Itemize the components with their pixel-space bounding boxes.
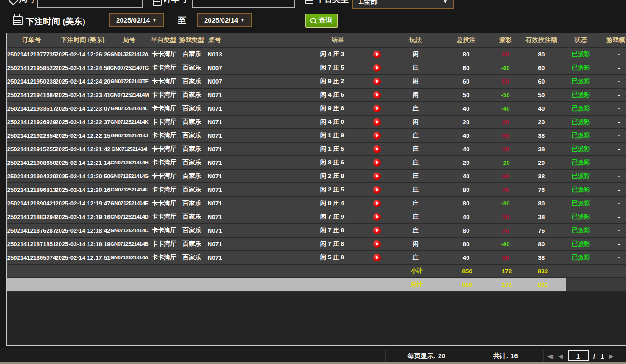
status-cell: 已派彩 xyxy=(566,129,596,142)
total-bet-cell: 80 xyxy=(438,238,495,250)
grand-total-valid-bet: 832 xyxy=(518,278,568,291)
result-cell: 闲 7 庄 5 xyxy=(225,61,350,74)
order-id-cell: 250214121908650 xyxy=(7,156,56,169)
date-from-value: 2025/02/14 xyxy=(116,16,150,24)
platform-type-select[interactable]: 1.全部 ▼ xyxy=(352,0,454,9)
valid-bet-cell: 80 xyxy=(517,197,566,210)
calendar-icon xyxy=(13,16,23,25)
play-icon-cell xyxy=(350,224,393,237)
payout-cell: 38 xyxy=(494,143,517,155)
play-icon[interactable] xyxy=(373,240,381,248)
col-header-play: 玩法 xyxy=(393,33,438,47)
page-input[interactable]: 1 xyxy=(568,350,589,361)
order-id-cell: 250214121958522 xyxy=(7,61,56,74)
payout-cell: -80 xyxy=(494,197,517,210)
play-icon[interactable] xyxy=(373,64,381,72)
payout-cell: -60 xyxy=(494,61,517,74)
play-icon[interactable] xyxy=(373,186,381,194)
table-no-cell: N071 xyxy=(205,116,225,128)
pagination-bar: 每页显示: 20 共计: 16 ◀◀ ◀ 1 / 1 ▶ xyxy=(0,348,626,364)
game-type-cell: 百家乐 xyxy=(179,197,205,210)
platform-cell: 卡卡湾厅 xyxy=(149,102,179,115)
bet-time-cell: 2025-02-14 12:19:47 xyxy=(56,197,110,210)
valid-bet-cell: 40 xyxy=(517,102,566,115)
status-cell: 已派彩 xyxy=(566,75,596,88)
play-cell: 闲 xyxy=(393,116,438,128)
game-type-cell: 百家乐 xyxy=(179,116,205,128)
mode-cell: - xyxy=(595,143,626,155)
order-id-cell: 250214121904229 xyxy=(7,170,56,182)
page-size-label: 每页显示: xyxy=(407,352,436,360)
play-cell: 庄 xyxy=(393,143,438,155)
result-cell: 闲 4 庄 0 xyxy=(225,116,350,128)
play-icon[interactable] xyxy=(373,159,381,167)
stacked-list-icon xyxy=(305,0,313,4)
round-id-cell: GN0712521414A xyxy=(110,251,149,264)
play-icon[interactable] xyxy=(373,78,381,85)
play-cell: 闲 xyxy=(393,238,438,250)
order-id-cell: 250214121871851 xyxy=(7,238,56,250)
round-id-cell: GN0712521414L xyxy=(110,102,149,115)
play-cell: 庄 xyxy=(393,197,438,210)
play-icon[interactable] xyxy=(373,51,381,58)
play-icon[interactable] xyxy=(373,254,381,261)
platform-cell: 卡卡湾厅 xyxy=(149,89,179,101)
payout-cell: 76 xyxy=(494,224,517,237)
bet-time-cell: 2025-02-14 12:26:26 xyxy=(56,48,110,61)
play-icon[interactable] xyxy=(373,200,381,207)
bet-time-cell: 2025-02-14 12:20:50 xyxy=(56,170,110,182)
game-type-cell: 百家乐 xyxy=(179,102,205,115)
total-bet-cell: 20 xyxy=(438,156,495,169)
page-size-value: 20 xyxy=(438,352,445,359)
play-cell: 庄 xyxy=(393,210,438,223)
result-cell: 闲 1 庄 9 xyxy=(225,129,350,142)
play-icon[interactable] xyxy=(373,105,381,112)
payout-cell: 38 xyxy=(494,129,517,142)
round-id-input[interactable] xyxy=(37,0,143,8)
subtotal-row: 小计 850 172 832 xyxy=(7,265,626,278)
platform-cell: 卡卡湾厅 xyxy=(149,224,179,237)
order-id-cell: 250214121926929 xyxy=(7,116,56,128)
total-count-label: 共计: xyxy=(493,352,509,360)
first-page-icon[interactable]: ◀◀ xyxy=(547,353,553,359)
mode-cell: - xyxy=(595,183,626,196)
total-bet-cell: 40 xyxy=(438,210,495,223)
col-header-total-bet: 总投注 xyxy=(438,33,494,47)
col-header-status: 状态 xyxy=(566,33,595,47)
play-icon[interactable] xyxy=(373,145,381,153)
mode-cell: - xyxy=(595,170,626,182)
date-to-picker[interactable]: 2025/02/14 ▼ xyxy=(197,13,252,27)
play-icon[interactable] xyxy=(373,173,381,180)
prev-page-icon[interactable]: ◀ xyxy=(558,353,563,359)
order-id-input[interactable] xyxy=(192,0,295,8)
game-type-cell: 百家乐 xyxy=(179,129,205,142)
total-pages: 1 xyxy=(600,352,604,360)
table-no-cell: N071 xyxy=(205,183,225,196)
bet-time-cell: 2025-02-14 12:17:51 xyxy=(56,251,110,264)
bet-time-filter-label: 下注时间 (美东) xyxy=(26,16,85,28)
total-bet-cell: 50 xyxy=(438,89,495,101)
date-from-picker[interactable]: 2025/02/14 ▼ xyxy=(109,13,164,27)
query-button[interactable]: 查询 xyxy=(305,14,338,28)
platform-cell: 卡卡湾厅 xyxy=(149,61,179,74)
payout-cell: -20 xyxy=(494,156,517,169)
order-id-cell: 250214121876287 xyxy=(7,224,56,237)
table-row: 2502141219228542025-02-14 12:22:15GN0712… xyxy=(7,129,626,143)
next-page-icon[interactable]: ▶ xyxy=(609,353,614,359)
play-icon[interactable] xyxy=(373,213,381,221)
play-icon[interactable] xyxy=(373,227,381,234)
platform-type-label: 平台类型 xyxy=(316,0,349,5)
order-id-cell: 250214121896813 xyxy=(7,183,56,196)
play-icon[interactable] xyxy=(373,118,381,126)
document-icon xyxy=(153,0,162,6)
total-count-info: 共计: 16 xyxy=(467,348,543,364)
play-icon[interactable] xyxy=(373,132,381,140)
table-no-cell: N071 xyxy=(205,143,225,155)
mode-cell: - xyxy=(595,238,626,250)
date-range-to-label: 至 xyxy=(178,15,186,27)
table-row: 2502141218832942025-02-14 12:19:16GN0712… xyxy=(7,210,626,224)
col-header-result: 结果 xyxy=(225,33,350,47)
col-header-replay xyxy=(350,33,393,47)
table-no-cell: N071 xyxy=(205,89,225,101)
play-icon[interactable] xyxy=(373,91,381,99)
